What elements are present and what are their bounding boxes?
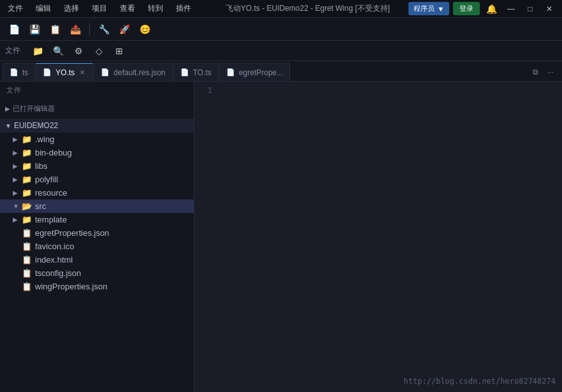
tree-item-favicon[interactable]: 📋 favicon.ico [0, 240, 194, 253]
favicon-label: favicon.ico [35, 242, 74, 251]
wing-folder-icon: 📁 [22, 134, 32, 144]
tab-default-res[interactable]: 📄 default.res.json [94, 63, 172, 81]
bin-debug-label: bin-debug [35, 148, 72, 157]
wing-arrow: ▶ [13, 136, 19, 143]
tree-item-resource[interactable]: ▶ 📁 resource [0, 186, 194, 200]
notification-icon[interactable]: 🔔 [484, 3, 500, 15]
toolbar-emoji[interactable]: 😊 [136, 20, 154, 38]
sidebar: 文件 ▶ 已打开编辑器 ▼ EUIDEMO22 ▶ 📁 .wing ▶ � [0, 82, 194, 392]
menu-view[interactable]: 查看 [117, 2, 138, 15]
tree-item-libs[interactable]: ▶ 📁 libs [0, 159, 194, 173]
polyfill-label: polyfill [35, 175, 58, 184]
tree-item-bin-debug[interactable]: ▶ 📁 bin-debug [0, 146, 194, 159]
tab-yo-ts[interactable]: 📄 YO.ts ✕ [36, 63, 93, 81]
tab-to-ts[interactable]: 📄 TO.ts [173, 63, 219, 81]
maximize-button[interactable]: □ [522, 3, 538, 15]
libs-arrow: ▶ [13, 163, 19, 170]
tab-actions: ⧉ ··· [529, 66, 557, 78]
project-name: EUIDEMO22 [14, 121, 58, 130]
line-number-1: 1 [194, 84, 212, 97]
egret-properties-icon: 📋 [22, 228, 32, 238]
tree-item-index-html[interactable]: 📋 index.html [0, 253, 194, 266]
open-editors-arrow: ▶ [5, 105, 10, 112]
tab-egret-prop-icon: 📄 [226, 68, 235, 76]
wing-properties-icon: 📋 [22, 282, 32, 291]
grid-btn[interactable]: ⊞ [111, 43, 127, 59]
program-button[interactable]: 程序员 ▼ [408, 2, 449, 15]
resource-label: resource [35, 188, 68, 198]
split-editor-btn[interactable]: ⧉ [529, 66, 542, 78]
close-button[interactable]: ✕ [542, 3, 557, 15]
main-toolbar: 📄 💾 📋 📤 🔧 🚀 😊 [0, 18, 562, 41]
window-title: 飞动YO.ts - EUIDemo22 - Egret Wing [不受支持] [207, 3, 409, 14]
menu-project[interactable]: 项目 [89, 2, 110, 15]
template-folder-icon: 📁 [22, 215, 32, 224]
menu-edit[interactable]: 编辑 [33, 2, 54, 15]
tree-item-template[interactable]: ▶ 📁 template [0, 213, 194, 226]
tab-ts-partial[interactable]: 📄 ts [3, 63, 35, 81]
file-panel-toolbar: 文件 📁 🔍 ⚙ ◇ ⊞ [0, 41, 562, 61]
tree-item-polyfill[interactable]: ▶ 📁 polyfill [0, 173, 194, 186]
diamond-btn[interactable]: ◇ [90, 43, 107, 59]
favicon-icon: 📋 [22, 242, 32, 251]
tab-egret-prop-label: egretPrope... [239, 68, 283, 77]
tree-item-wing-properties[interactable]: 📋 wingProperties.json [0, 280, 194, 293]
open-editors-toggle[interactable]: ▶ 已打开编辑器 [0, 101, 194, 116]
resource-folder-icon: 📁 [22, 188, 32, 198]
tree-item-src[interactable]: ▼ 📂 src [0, 200, 194, 213]
menu-plugin[interactable]: 插件 [173, 2, 194, 15]
bin-debug-arrow: ▶ [13, 149, 19, 156]
toolbar-new-file[interactable]: 📄 [5, 20, 23, 38]
more-tabs-btn[interactable]: ··· [544, 66, 557, 78]
toolbar-upload[interactable]: 📤 [66, 20, 84, 38]
tabs-bar: 📄 ts 📄 YO.ts ✕ 📄 default.res.json 📄 TO.t… [0, 61, 562, 82]
project-header[interactable]: ▼ EUIDEMO22 [0, 119, 194, 133]
libs-folder-icon: 📁 [22, 161, 32, 171]
resource-arrow: ▶ [13, 189, 19, 196]
title-bar-menu: 文件 编辑 选择 项目 查看 转到 插件 [5, 2, 207, 15]
minimize-button[interactable]: — [503, 3, 519, 15]
toolbar-settings[interactable]: 🔧 [95, 20, 113, 38]
login-button[interactable]: 登录 [453, 2, 480, 15]
tab-default-res-label: default.res.json [113, 68, 165, 77]
tab-ts-partial-label: ts [22, 68, 28, 77]
tree-item-egret-properties[interactable]: 📋 egretProperties.json [0, 226, 194, 240]
tab-to-ts-icon: 📄 [180, 68, 189, 76]
editor-area: 1 http://blog.csdn.net/hero82748274 [194, 82, 562, 392]
code-editor[interactable] [217, 84, 562, 389]
toolbar-copy[interactable]: 📋 [46, 20, 64, 38]
project-arrow: ▼ [5, 122, 11, 129]
toolbar-save[interactable]: 💾 [25, 20, 43, 38]
index-html-icon: 📋 [22, 255, 32, 265]
index-html-label: index.html [35, 255, 73, 265]
egret-properties-label: egretProperties.json [35, 228, 109, 238]
main-content: 文件 ▶ 已打开编辑器 ▼ EUIDEMO22 ▶ 📁 .wing ▶ � [0, 82, 562, 392]
file-tree: ▶ 📁 .wing ▶ 📁 bin-debug ▶ 📁 libs ▶ 📁 pol… [0, 133, 194, 293]
tab-yo-ts-close[interactable]: ✕ [78, 68, 86, 76]
toolbar-run[interactable]: 🚀 [115, 20, 133, 38]
polyfill-arrow: ▶ [13, 176, 19, 183]
open-editors-section: ▶ 已打开编辑器 [0, 99, 194, 119]
tree-item-tsconfig[interactable]: 📋 tsconfig.json [0, 266, 194, 280]
template-label: template [35, 215, 67, 224]
tab-to-ts-label: TO.ts [193, 68, 212, 77]
sidebar-header: 文件 [0, 82, 194, 99]
tab-yo-ts-icon: 📄 [43, 68, 52, 76]
menu-goto[interactable]: 转到 [145, 2, 166, 15]
bin-debug-folder-icon: 📁 [22, 148, 32, 157]
new-folder-btn[interactable]: 📁 [29, 43, 46, 59]
tree-item-wing[interactable]: ▶ 📁 .wing [0, 133, 194, 146]
menu-select[interactable]: 选择 [61, 2, 82, 15]
src-folder-icon: 📂 [22, 201, 32, 211]
file-label: 文件 [5, 45, 20, 56]
libs-label: libs [35, 161, 48, 171]
tab-egret-prop[interactable]: 📄 egretPrope... [219, 63, 290, 81]
settings-btn-2[interactable]: ⚙ [70, 43, 87, 59]
tsconfig-label: tsconfig.json [35, 268, 81, 278]
menu-file[interactable]: 文件 [5, 2, 25, 15]
wing-label: .wing [35, 134, 54, 144]
tab-default-res-icon: 📄 [101, 68, 110, 76]
open-editors-label: 已打开编辑器 [13, 104, 55, 113]
search-btn[interactable]: 🔍 [50, 43, 66, 59]
polyfill-folder-icon: 📁 [22, 175, 32, 184]
